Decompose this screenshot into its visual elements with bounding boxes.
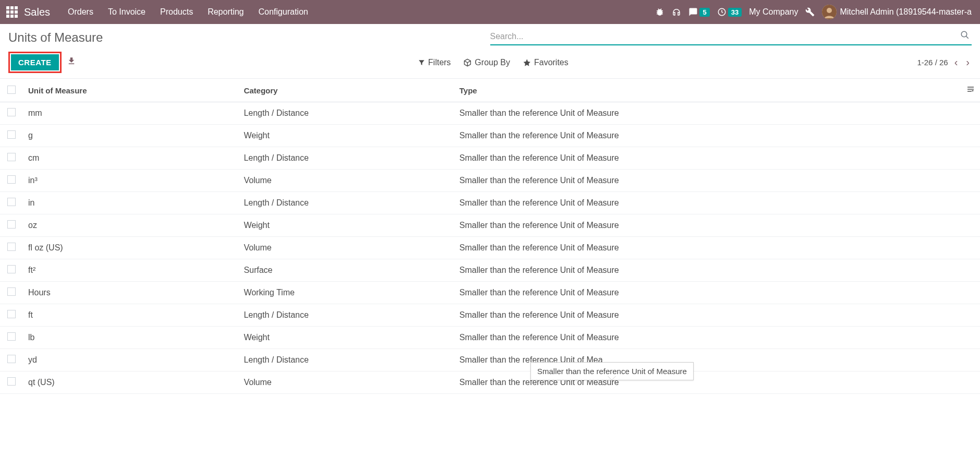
- cell-category: Weight: [238, 214, 454, 237]
- tools-icon[interactable]: [805, 7, 815, 17]
- cell-name: g: [23, 125, 238, 147]
- cell-category: Weight: [238, 327, 454, 349]
- groupby-button[interactable]: Group By: [463, 58, 510, 67]
- svg-point-2: [827, 8, 832, 13]
- cell-category: Surface: [238, 259, 454, 282]
- table-row[interactable]: ftLength / DistanceSmaller than the refe…: [0, 304, 980, 327]
- cell-type: Smaller than the reference Unit of Measu…: [454, 125, 959, 147]
- svg-line-4: [966, 36, 969, 39]
- cell-name: ft: [23, 304, 238, 327]
- cell-type: Smaller than the reference Unit of Measu…: [454, 170, 959, 192]
- control-panel: Units of Measure CREATE Filters Group B: [0, 24, 980, 79]
- cell-category: Volume: [238, 170, 454, 192]
- table-row[interactable]: qt (US)VolumeSmaller than the reference …: [0, 371, 980, 394]
- menu-orders[interactable]: Orders: [61, 0, 101, 24]
- cell-name: oz: [23, 214, 238, 237]
- row-checkbox[interactable]: [7, 355, 16, 363]
- table-row[interactable]: in³VolumeSmaller than the reference Unit…: [0, 170, 980, 192]
- groupby-label: Group By: [475, 58, 510, 67]
- favorites-button[interactable]: Favorites: [523, 58, 568, 67]
- tooltip-text: Smaller than the reference Unit of Measu…: [537, 367, 687, 376]
- row-checkbox[interactable]: [7, 130, 16, 139]
- cell-type: Smaller than the reference Unit of Measu…: [454, 237, 959, 259]
- cell-category: Weight: [238, 125, 454, 147]
- cell-name: in: [23, 192, 238, 214]
- messages-icon[interactable]: 5: [688, 7, 709, 17]
- activities-icon[interactable]: 33: [717, 7, 742, 17]
- col-header-name[interactable]: Unit of Measure: [23, 79, 238, 102]
- cell-category: Volume: [238, 371, 454, 394]
- cell-type: Smaller than the reference Unit of Measu…: [454, 147, 959, 170]
- menu-reporting[interactable]: Reporting: [200, 0, 251, 24]
- table-row[interactable]: gWeightSmaller than the reference Unit o…: [0, 125, 980, 147]
- table-row[interactable]: fl oz (US)VolumeSmaller than the referen…: [0, 237, 980, 259]
- cell-type: Smaller than the reference Unit of Measu…: [454, 192, 959, 214]
- row-checkbox[interactable]: [7, 175, 16, 184]
- app-brand[interactable]: Sales: [24, 6, 50, 18]
- table-row[interactable]: mmLength / DistanceSmaller than the refe…: [0, 102, 980, 125]
- support-icon[interactable]: [672, 7, 681, 17]
- cell-name: yd: [23, 349, 238, 371]
- debug-icon[interactable]: [655, 7, 664, 17]
- search-input[interactable]: [490, 32, 959, 41]
- table-row[interactable]: ft²SurfaceSmaller than the reference Uni…: [0, 259, 980, 282]
- columns-options-icon[interactable]: [966, 86, 975, 95]
- cell-type: Smaller than the reference Unit of Measu…: [454, 304, 959, 327]
- cell-type: Smaller than the reference Unit of Measu…: [454, 214, 959, 237]
- cell-name: ft²: [23, 259, 238, 282]
- row-checkbox[interactable]: [7, 265, 16, 273]
- cell-type: Smaller than the reference Unit of Measu…: [454, 327, 959, 349]
- menu-to-invoice[interactable]: To Invoice: [101, 0, 153, 24]
- page-title: Units of Measure: [8, 30, 490, 45]
- row-checkbox[interactable]: [7, 310, 16, 318]
- row-checkbox[interactable]: [7, 220, 16, 229]
- table-row[interactable]: ydLength / DistanceSmaller than the refe…: [0, 349, 980, 371]
- row-checkbox[interactable]: [7, 332, 16, 341]
- apps-icon[interactable]: [6, 6, 18, 18]
- cell-type: Smaller than the reference Unit of Mea: [454, 349, 959, 371]
- user-name: Mitchell Admin (18919544-master-a: [840, 7, 972, 17]
- messages-badge: 5: [699, 8, 709, 17]
- row-checkbox[interactable]: [7, 287, 16, 296]
- row-checkbox[interactable]: [7, 108, 16, 116]
- cell-name: mm: [23, 102, 238, 125]
- table-row[interactable]: inLength / DistanceSmaller than the refe…: [0, 192, 980, 214]
- table-row[interactable]: ozWeightSmaller than the reference Unit …: [0, 214, 980, 237]
- table-row[interactable]: lbWeightSmaller than the reference Unit …: [0, 327, 980, 349]
- search-bar[interactable]: [490, 30, 972, 45]
- import-icon[interactable]: [67, 56, 76, 68]
- cell-type: Smaller than the reference Unit of Measu…: [454, 282, 959, 304]
- table-row[interactable]: HoursWorking TimeSmaller than the refere…: [0, 282, 980, 304]
- activities-badge: 33: [728, 8, 742, 17]
- cell-name: qt (US): [23, 371, 238, 394]
- col-header-category[interactable]: Category: [238, 79, 454, 102]
- row-checkbox[interactable]: [7, 153, 16, 161]
- menu-configuration[interactable]: Configuration: [251, 0, 316, 24]
- row-checkbox[interactable]: [7, 377, 16, 386]
- user-menu[interactable]: Mitchell Admin (18919544-master-a: [822, 5, 972, 19]
- cell-category: Length / Distance: [238, 192, 454, 214]
- cell-name: lb: [23, 327, 238, 349]
- cell-category: Length / Distance: [238, 349, 454, 371]
- pager-next-icon[interactable]: ›: [964, 56, 972, 68]
- table-row[interactable]: cmLength / DistanceSmaller than the refe…: [0, 147, 980, 170]
- list-view: Unit of Measure Category Type mmLength /…: [0, 79, 980, 394]
- row-checkbox[interactable]: [7, 243, 16, 251]
- select-all-checkbox[interactable]: [7, 86, 16, 94]
- cell-category: Working Time: [238, 282, 454, 304]
- pager-text[interactable]: 1-26 / 26: [917, 58, 948, 67]
- pager-prev-icon[interactable]: ‹: [952, 56, 960, 68]
- row-checkbox[interactable]: [7, 198, 16, 206]
- company-selector[interactable]: My Company: [749, 7, 798, 17]
- tooltip: Smaller than the reference Unit of Measu…: [530, 362, 694, 380]
- cell-type: Smaller than the reference Unit of Measu…: [454, 259, 959, 282]
- create-highlight: CREATE: [8, 52, 62, 73]
- avatar: [822, 5, 837, 19]
- filters-button[interactable]: Filters: [418, 58, 451, 67]
- cell-name: cm: [23, 147, 238, 170]
- cell-name: Hours: [23, 282, 238, 304]
- create-button[interactable]: CREATE: [11, 54, 59, 70]
- menu-products[interactable]: Products: [153, 0, 200, 24]
- search-icon[interactable]: [958, 30, 972, 42]
- col-header-type[interactable]: Type: [454, 79, 959, 102]
